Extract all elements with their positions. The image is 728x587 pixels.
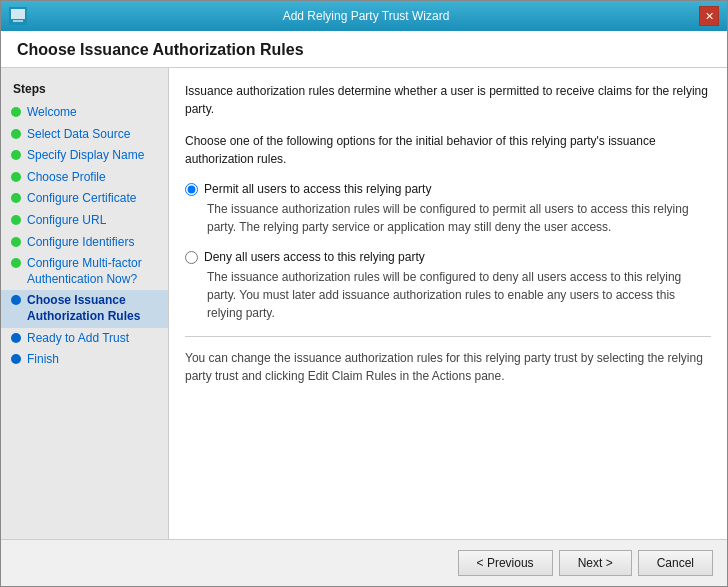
option1-label[interactable]: Permit all users to access this relying … (204, 182, 431, 196)
option2-block: Deny all users access to this relying pa… (185, 250, 711, 322)
sidebar-label-welcome: Welcome (27, 105, 77, 121)
sidebar-item-specify-display-name[interactable]: Specify Display Name (1, 145, 168, 167)
dot-icon (11, 295, 21, 305)
dot-icon (11, 215, 21, 225)
cancel-button[interactable]: Cancel (638, 550, 713, 576)
sidebar-label-finish: Finish (27, 352, 59, 368)
sidebar-item-select-data-source[interactable]: Select Data Source (1, 124, 168, 146)
option2-label[interactable]: Deny all users access to this relying pa… (204, 250, 425, 264)
info-text: You can change the issuance authorizatio… (185, 349, 711, 385)
option2-description: The issuance authorization rules will be… (207, 268, 711, 322)
sidebar-label-choose-issuance: Choose Issuance Authorization Rules (27, 293, 160, 324)
sidebar-label-specify-display-name: Specify Display Name (27, 148, 144, 164)
sidebar-label-configure-certificate: Configure Certificate (27, 191, 136, 207)
dot-icon (11, 172, 21, 182)
footer: < Previous Next > Cancel (1, 539, 727, 586)
page-header: Choose Issuance Authorization Rules (1, 31, 727, 68)
sidebar-label-configure-identifiers: Configure Identifiers (27, 235, 134, 251)
dot-icon (11, 193, 21, 203)
dot-icon (11, 333, 21, 343)
page-title: Choose Issuance Authorization Rules (17, 41, 711, 59)
sidebar-label-configure-url: Configure URL (27, 213, 106, 229)
sidebar-label-choose-profile: Choose Profile (27, 170, 106, 186)
titlebar: Add Relying Party Trust Wizard ✕ (1, 1, 727, 31)
sidebar-label-configure-mfa: Configure Multi-factor Authentication No… (27, 256, 160, 287)
dot-icon (11, 354, 21, 364)
option1-row: Permit all users to access this relying … (185, 182, 711, 196)
svg-rect-1 (11, 9, 25, 19)
sidebar-item-configure-identifiers[interactable]: Configure Identifiers (1, 232, 168, 254)
sidebar-label-select-data-source: Select Data Source (27, 127, 130, 143)
content-area: Steps Welcome Select Data Source Specify… (1, 68, 727, 539)
titlebar-icon (9, 7, 27, 25)
option1-description: The issuance authorization rules will be… (207, 200, 711, 236)
sidebar-item-ready-to-add[interactable]: Ready to Add Trust (1, 328, 168, 350)
option1-block: Permit all users to access this relying … (185, 182, 711, 236)
next-button[interactable]: Next > (559, 550, 632, 576)
separator (185, 336, 711, 337)
sidebar-item-configure-mfa[interactable]: Configure Multi-factor Authentication No… (1, 253, 168, 290)
dot-icon (11, 150, 21, 160)
sidebar-item-finish[interactable]: Finish (1, 349, 168, 371)
dot-icon (11, 129, 21, 139)
close-button[interactable]: ✕ (699, 6, 719, 26)
intro-text-line1: Issuance authorization rules determine w… (185, 82, 711, 118)
option2-row: Deny all users access to this relying pa… (185, 250, 711, 264)
permit-all-radio[interactable] (185, 183, 198, 196)
deny-all-radio[interactable] (185, 251, 198, 264)
previous-button[interactable]: < Previous (458, 550, 553, 576)
sidebar: Steps Welcome Select Data Source Specify… (1, 68, 169, 539)
sidebar-label-ready-to-add: Ready to Add Trust (27, 331, 129, 347)
sidebar-header: Steps (1, 78, 168, 102)
sidebar-item-choose-issuance[interactable]: Choose Issuance Authorization Rules (1, 290, 168, 327)
sidebar-item-configure-certificate[interactable]: Configure Certificate (1, 188, 168, 210)
wizard-window: Add Relying Party Trust Wizard ✕ Choose … (0, 0, 728, 587)
dot-icon (11, 258, 21, 268)
svg-rect-2 (13, 20, 23, 22)
sidebar-item-configure-url[interactable]: Configure URL (1, 210, 168, 232)
window-title: Add Relying Party Trust Wizard (33, 9, 699, 23)
dot-icon (11, 237, 21, 247)
sidebar-item-welcome[interactable]: Welcome (1, 102, 168, 124)
intro-text-line2: Choose one of the following options for … (185, 132, 711, 168)
main-content: Issuance authorization rules determine w… (169, 68, 727, 539)
sidebar-item-choose-profile[interactable]: Choose Profile (1, 167, 168, 189)
dot-icon (11, 107, 21, 117)
